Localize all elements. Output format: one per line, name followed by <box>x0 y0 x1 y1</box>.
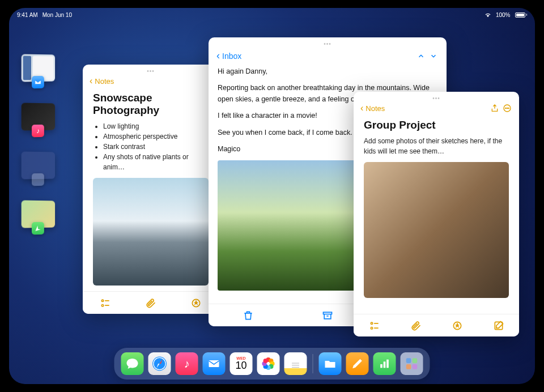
window-handle-icon[interactable]: ••• <box>432 95 440 101</box>
svg-point-27 <box>264 359 268 363</box>
stage-thumb-3[interactable] <box>22 151 55 179</box>
attachment-icon[interactable] <box>410 319 422 332</box>
ipad-frame: 9:41 AM Mon Jun 10 100% <box>0 0 544 392</box>
dock: ♪ WED 10 <box>114 348 430 380</box>
dock-app-library-icon[interactable] <box>401 352 423 375</box>
status-bar: 9:41 AM Mon Jun 10 100% <box>9 10 535 19</box>
svg-rect-36 <box>406 364 411 369</box>
dock-music-icon[interactable]: ♪ <box>176 352 198 375</box>
svg-point-9 <box>508 108 509 108</box>
markup-icon[interactable] <box>190 297 202 309</box>
list-item: Low lighting <box>103 121 209 131</box>
battery-percent: 100% <box>496 12 511 18</box>
share-icon[interactable] <box>490 103 500 113</box>
svg-point-7 <box>505 108 506 108</box>
svg-point-12 <box>371 327 372 329</box>
dock-files-icon[interactable] <box>319 352 342 375</box>
music-icon: ♪ <box>32 125 44 137</box>
window-notes-group-project[interactable]: ••• ‹ Notes Group Project Add some photo… <box>354 92 519 336</box>
window-notes-snowscape[interactable]: ••• ‹ Notes Snowscape Photography Low li… <box>83 65 219 314</box>
inbox-label[interactable]: Inbox <box>222 52 241 61</box>
note-title: Snowscape Photography <box>83 90 219 121</box>
dock-calendar-icon[interactable]: WED 10 <box>230 352 253 375</box>
note-title: Group Project <box>354 117 519 136</box>
attachment-icon[interactable] <box>144 297 157 309</box>
list-item: Atmospheric perspective <box>103 131 209 142</box>
checklist-icon[interactable] <box>99 297 112 309</box>
back-icon[interactable]: ‹ <box>90 76 92 86</box>
note-body: Low lighting Atmospheric perspective Sta… <box>83 121 219 172</box>
back-icon[interactable]: ‹ <box>360 103 363 113</box>
list-item: Any shots of native plants or anim… <box>103 152 209 172</box>
wifi-icon <box>484 12 491 18</box>
stage-manager-strip: ♪ <box>22 54 60 249</box>
window-handle-icon[interactable]: ••• <box>324 41 332 47</box>
battery-icon <box>515 12 528 18</box>
dock-numbers-icon[interactable] <box>373 352 396 375</box>
mail-icon <box>32 76 44 88</box>
note-body: Add some photos of their sketches here, … <box>354 136 519 156</box>
svg-point-8 <box>507 108 507 108</box>
trash-icon[interactable] <box>242 309 254 322</box>
svg-rect-34 <box>406 358 411 363</box>
dock-pages-icon[interactable] <box>346 352 369 375</box>
svg-rect-32 <box>384 361 386 368</box>
chevron-down-icon[interactable] <box>428 52 439 60</box>
back-label[interactable]: Notes <box>95 77 114 86</box>
stage-thumb-2[interactable]: ♪ <box>22 103 55 130</box>
dock-notes-icon[interactable] <box>284 352 307 375</box>
dock-safari-icon[interactable] <box>148 352 171 375</box>
svg-point-2 <box>101 304 103 306</box>
markup-icon[interactable] <box>451 319 464 332</box>
notes-toolbar <box>83 291 219 314</box>
app-icon <box>32 173 44 186</box>
svg-rect-5 <box>324 312 332 314</box>
dock-photos-icon[interactable] <box>257 352 280 375</box>
compose-icon[interactable] <box>492 319 505 332</box>
svg-rect-37 <box>413 364 418 369</box>
more-icon[interactable] <box>502 103 512 113</box>
back-label[interactable]: Notes <box>366 104 385 113</box>
svg-rect-31 <box>380 364 382 368</box>
checklist-icon[interactable] <box>368 319 381 332</box>
note-image[interactable] <box>364 162 509 298</box>
svg-rect-35 <box>413 358 418 363</box>
ipad-screen: 9:41 AM Mon Jun 10 100% <box>9 8 535 384</box>
back-icon[interactable]: ‹ <box>216 50 220 62</box>
dock-mail-icon[interactable] <box>203 352 226 375</box>
svg-point-10 <box>371 322 372 324</box>
status-date: Mon Jun 10 <box>42 12 72 18</box>
archive-icon[interactable] <box>321 309 334 322</box>
mail-greeting: Hi again Danny, <box>218 66 437 77</box>
calendar-day: 10 <box>235 360 246 370</box>
dock-messages-icon[interactable] <box>121 352 144 375</box>
window-handle-icon[interactable]: ••• <box>147 68 155 74</box>
status-time: 9:41 AM <box>17 12 38 18</box>
stage-thumb-1[interactable] <box>22 54 55 82</box>
svg-rect-19 <box>209 360 219 367</box>
svg-point-0 <box>101 300 103 301</box>
stage-thumb-4[interactable] <box>22 200 55 228</box>
chevron-up-icon[interactable] <box>416 52 426 60</box>
svg-rect-33 <box>386 360 389 368</box>
maps-icon <box>32 222 44 235</box>
dock-separator <box>313 354 313 373</box>
notes-toolbar <box>354 314 519 336</box>
list-item: Stark contrast <box>103 142 209 152</box>
note-image[interactable] <box>93 178 209 286</box>
